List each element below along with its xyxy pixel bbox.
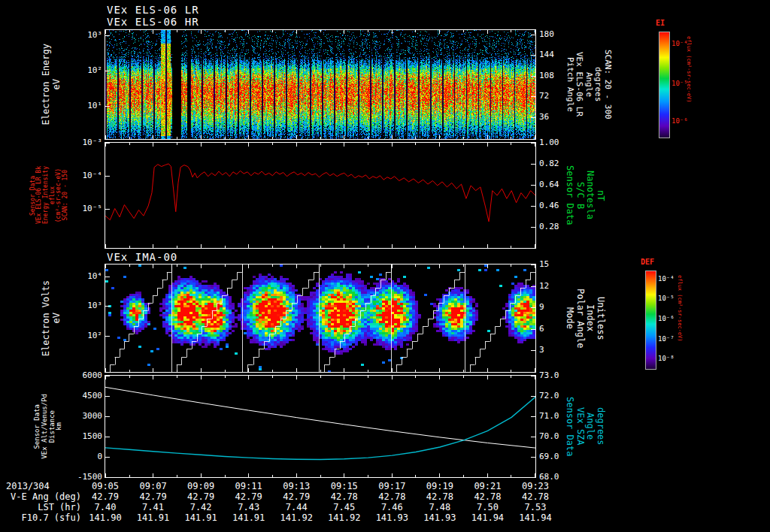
time-tick-label: 09:05 [87,481,123,491]
y2-tick-label: 144 [539,50,554,59]
table-value: 141.92 [320,512,368,523]
table-value: 141.94 [463,512,511,523]
y2-tick-label: 70.0 [539,431,559,441]
y-tick-label: 1500 [69,431,102,441]
table-value: 42.79 [225,491,273,502]
y-tick-label: 10² [69,331,102,340]
time-tick-label: 09:15 [326,481,362,491]
pitch-angle-y2label-line3: Angle [584,72,593,97]
y-tick-label: 10¹ [69,101,102,110]
panel1-title-line1: VEx ELS-06 LR [107,4,199,16]
y2-tick-label: 15 [539,259,549,269]
scb-y2label-line3: Nanotesla [586,171,596,219]
table-value: 42.79 [177,491,225,502]
pitch-angle-y2label-line4: degrees [594,67,603,101]
y2-tick-label: 0.28 [539,222,559,231]
altitude-ylabel-line4: km [56,422,62,431]
ima-volts-ylabel-line1: Electron Volts [41,280,51,356]
altitude-ylabel-line2: VEx Alt/Venus/Pd [41,394,48,459]
mode-y2label-line3: Index [586,304,596,331]
table-value: 7.40 [81,502,129,512]
sza-y2label-line4: degrees [596,407,605,446]
sza-y2label-line3: Angle [586,413,596,440]
panel-ima-spectrogram [105,264,536,373]
table-value: 141.93 [416,512,464,523]
sza-y2label-line1: Sensor Data [565,397,574,456]
y-tick-label: 10⁻⁴ [69,171,102,180]
y-tick-label: 10⁻³ [69,138,102,147]
pitch-angle-y2label-line5: SCAN: 20 - 300 [603,50,612,119]
mode-y2label-line2: Polar Angle [575,289,585,348]
panel-els-intensity [105,142,536,249]
colorbar-tick-label: 10⁻⁴ [658,275,675,283]
y-tick-label: 3000 [69,411,102,421]
els-intensity-canvas [105,143,535,248]
colorbar-tick-label: 10⁻⁵ [658,295,675,302]
y-tick-label: 10³ [69,30,102,40]
colorbar-tick-label: 10⁻⁷ [658,335,675,343]
sza-y2label-line2: VEx SZA [575,407,585,446]
ima-spectrogram-canvas [105,264,535,372]
altitude-ylabel: Sensor Data VEx Alt/Venus/Pd Distance km [29,376,68,477]
mode-y2label-line4: Unitless [596,297,605,340]
pitch-angle-y2label: Pitch Angle VEx ELS-06 LR Angle degrees … [559,30,618,139]
pitch-angle-y2label-line1: Pitch Angle [565,57,574,112]
table-value: 42.78 [320,491,368,502]
table-value: 7.44 [272,502,320,512]
table-value: 141.94 [511,512,559,523]
table-value: 7.46 [368,502,416,512]
table-value: 141.91 [129,512,177,523]
colorbar-ei [659,32,670,138]
time-tick-label: 09:07 [135,481,171,491]
els-energy-ylabel: Electron Energy eV [36,30,66,139]
colorbar-tick-label: 10⁻⁵ [671,80,688,87]
table-value: 141.92 [272,512,320,523]
table-value: 42.79 [81,491,129,502]
els-energy-ylabel-line1: Electron Energy [41,44,51,125]
colorbar-ei-title: EI [656,19,665,27]
ima-volts-ylabel: Electron Volts eV [36,264,66,372]
time-tick-label: 09:13 [278,481,314,491]
table-value: 7.41 [129,502,177,512]
panel3-title: VEx IMA-00 [107,251,177,263]
colorbar-tick-label: 10⁻⁶ [671,117,688,125]
summary-plot-page: VEx ELS-06 LR VEx ELS-06 HR VEx IMA-00 E… [0,0,770,532]
y-tick-label: 6000 [69,370,102,380]
table-value: 42.78 [416,491,464,502]
els-intensity-ylabel-line4: eflux [50,186,56,204]
els-intensity-ylabel: Sensor Data VEx ELS-06 LR Bk Energy Inte… [27,143,71,248]
pitch-angle-y2label-line2: VEx ELS-06 LR [575,52,584,116]
sza-y2label: Sensor Data VEx SZA Angle degrees [561,376,609,477]
panel1-title-line2: VEx ELS-06 HR [107,16,199,28]
els-intensity-ylabel-line5: (cm²-sr-sec-eV) [56,168,62,222]
colorbar-tick-label: 10⁻⁶ [658,315,675,322]
time-tick-label: 09:19 [422,481,458,491]
time-tick-label: 09:11 [231,481,267,491]
y2-tick-label: 69.0 [539,452,559,461]
table-row-label-lst: LST (hr) [0,502,81,512]
table-value: 7.50 [463,502,511,512]
y2-tick-label: 3 [539,345,544,355]
ima-volts-ylabel-line2: eV [52,313,62,323]
table-value: 7.48 [416,502,464,512]
table-value: 141.90 [81,512,129,523]
table-value: 42.79 [129,491,177,502]
scb-y2label: Sensor Data S/C B Nanotesla nT [561,143,609,248]
y-tick-label: 10³ [69,301,102,310]
table-value: 42.78 [463,491,511,502]
scb-y2label-line2: S/C B [575,182,585,209]
mode-y2label-line1: Mode [565,307,574,329]
y-tick-label: 10⁻⁵ [69,204,102,213]
els-intensity-ylabel-line6: SCAN: 20 - 150 [62,170,68,220]
table-value: 141.91 [177,512,225,523]
y2-tick-label: 1.00 [539,138,559,147]
time-tick-label: 09:21 [469,481,505,491]
table-value: 42.78 [368,491,416,502]
colorbar-def-units: eflux (cm²-sr-sec-eV) [677,275,683,342]
table-row-label-f107: F10.7 (sfu) [0,512,81,523]
panel-alt-sza [105,375,536,478]
time-tick-label: 09:09 [183,481,219,491]
y2-tick-label: 0.82 [539,159,559,168]
date-label: 2013/304 [6,481,50,491]
scb-y2label-line1: Sensor Data [565,165,574,225]
